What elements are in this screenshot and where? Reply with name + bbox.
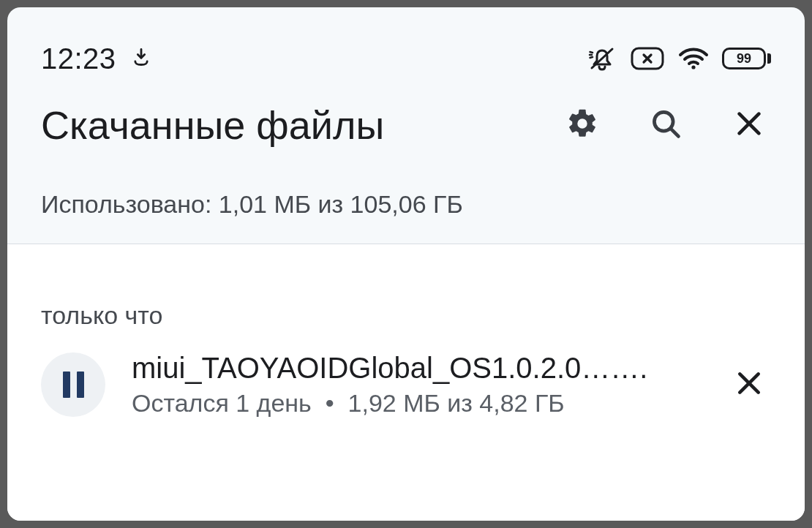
close-icon: [734, 109, 764, 141]
close-button[interactable]: [733, 109, 765, 141]
cancel-download-button[interactable]: [733, 369, 765, 401]
gear-icon: [565, 107, 599, 143]
download-indicator-icon: [131, 47, 151, 70]
svg-point-7: [691, 65, 695, 69]
svg-line-2: [590, 52, 593, 53]
app-window: 12:23: [7, 7, 805, 521]
svg-line-9: [671, 129, 678, 136]
download-item[interactable]: miui_TAOYAOIDGlobal_OS1.0.2.0……. Остался…: [41, 352, 771, 440]
pause-icon: [63, 372, 84, 398]
download-time-remaining: Остался 1 день: [132, 389, 312, 417]
svg-line-3: [590, 57, 593, 58]
search-button[interactable]: [650, 109, 682, 141]
close-icon: [735, 369, 763, 400]
status-time: 12:23: [41, 42, 116, 75]
search-icon: [650, 108, 682, 143]
header-actions: [566, 109, 771, 141]
page-title: Скачанные файлы: [41, 102, 566, 148]
pause-button[interactable]: [41, 352, 105, 417]
download-meta: Остался 1 день • 1,92 МБ из 4,82 ГБ: [132, 389, 707, 418]
status-left: 12:23: [41, 42, 151, 75]
mute-icon: [587, 46, 617, 71]
download-progress: 1,92 МБ из 4,82 ГБ: [348, 389, 565, 417]
no-sim-icon: [630, 46, 665, 71]
downloads-list: только что miui_TAOYAOIDGlobal_OS1.0.2.0…: [7, 244, 805, 521]
battery-indicator: 99: [722, 48, 771, 69]
page-header: Скачанные файлы: [7, 80, 805, 148]
storage-summary: Использовано: 1,01 МБ из 105,06 ГБ: [7, 148, 805, 244]
download-file-name: miui_TAOYAOIDGlobal_OS1.0.2.0…….: [132, 352, 707, 385]
status-bar: 12:23: [7, 7, 805, 80]
section-label: только что: [41, 244, 771, 352]
download-info: miui_TAOYAOIDGlobal_OS1.0.2.0……. Остался…: [132, 352, 707, 418]
wifi-icon: [678, 46, 709, 71]
battery-percent: 99: [737, 52, 751, 65]
status-right: 99: [587, 46, 771, 71]
settings-button[interactable]: [566, 109, 598, 141]
